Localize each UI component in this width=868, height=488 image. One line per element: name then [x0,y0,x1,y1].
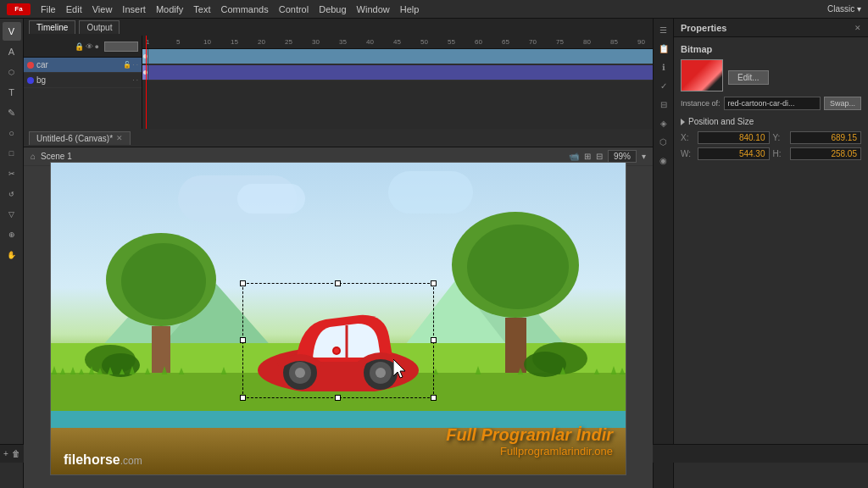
frame-num-10: 10 [203,38,211,46]
right-panel-area: ☰ 📋 ℹ ✓ ⊟ ◈ ⬡ ◉ Properties ✕ Bitmap [653,19,868,488]
keyframe-bg-1[interactable] [142,65,147,80]
tool-free-transform[interactable]: ⬡ [3,63,21,81]
tool-zoom[interactable]: ⊕ [3,225,21,244]
layer-bg[interactable]: bg · · [24,73,142,88]
tool-pencil[interactable]: ✎ [3,103,21,122]
handle-bottom-left[interactable] [240,395,246,401]
right-icon-5[interactable]: ⊟ [656,97,671,112]
panel-close-icon[interactable]: ✕ [854,24,861,32]
svg-marker-6 [107,367,114,374]
tool-hand[interactable]: ✋ [3,246,21,264]
tree-right-shadow [467,225,569,309]
frame-numbers: 1 5 10 15 20 25 30 35 40 45 50 55 60 65 [142,36,653,49]
handle-middle-left[interactable] [240,337,246,343]
home-icon[interactable]: ⌂ [31,152,36,161]
menu-debug[interactable]: Debug [319,4,346,14]
frame-num-65: 65 [502,38,509,46]
tool-subselect[interactable]: A [3,42,21,61]
menu-edit[interactable]: Edit [66,4,82,14]
menu-window[interactable]: Window [357,4,390,14]
tween-bg [148,65,653,80]
frame-num-25: 25 [285,38,292,46]
right-icon-3[interactable]: ℹ [656,59,671,75]
svg-marker-20 [559,367,566,374]
right-icon-4[interactable]: ✓ [656,78,671,93]
handle-top-right[interactable] [431,280,437,286]
align-icon: ⊞ [584,152,591,161]
watermark-title: Full Programlar İndir [446,425,613,445]
menu-file[interactable]: File [41,4,56,14]
keyframe-car-1[interactable] [142,49,147,64]
menu-help[interactable]: Help [400,4,420,14]
h-value[interactable]: 258.05 [790,147,862,160]
menu-commands[interactable]: Commands [220,4,268,14]
playhead[interactable] [146,36,147,48]
tool-oval[interactable]: ○ [3,124,21,142]
tool-fill[interactable]: ▽ [3,205,21,224]
x-value[interactable]: 840.10 [698,131,770,144]
handle-bottom-right[interactable] [431,395,437,401]
cursor [393,359,410,383]
tab-output[interactable]: Output [79,20,120,34]
panel-content: Bitmap Edit... Instance of: red-cartoon-… [674,37,868,488]
bitmap-preview [681,59,723,92]
svg-marker-1 [59,368,66,374]
handle-top-center[interactable] [335,280,341,286]
canvas-tab-main[interactable]: Untitled-6 (Canvas)* ✕ [29,131,131,145]
frame-row-car [142,49,653,64]
frame-indicator [104,42,138,52]
tool-rect[interactable]: □ [3,144,21,163]
menu-insert[interactable]: Insert [122,4,146,14]
layer-car[interactable]: car 🔓 · · [24,58,142,73]
menu-control[interactable]: Control [279,4,309,14]
car-container[interactable] [249,290,427,391]
zoom-display[interactable]: 99% [608,150,637,163]
svg-marker-7 [119,369,125,374]
frame-num-50: 50 [420,38,428,46]
right-icon-col: ☰ 📋 ℹ ✓ ⊟ ◈ ⬡ ◉ [653,19,673,488]
right-icon-6[interactable]: ◈ [656,115,671,130]
app-logo: Fa [7,3,31,15]
right-icon-2[interactable]: 📋 [656,41,671,56]
tree-left-leaves [106,233,216,326]
svg-marker-5 [97,368,103,374]
eye-icon: 👁 [86,42,93,51]
tool-select[interactable]: V [3,22,21,41]
zoom-dropdown-icon[interactable]: ▾ [642,152,646,161]
right-icon-8[interactable]: ◉ [656,152,671,168]
delete-layer-btn[interactable]: 🗑 [12,449,20,458]
menu-view[interactable]: View [92,4,113,14]
tab-timeline[interactable]: Timeline [29,20,75,34]
menu-text[interactable]: Text [193,4,210,14]
edit-button[interactable]: Edit... [728,70,769,85]
frame-num-30: 30 [312,38,320,46]
canvas-tab-close[interactable]: ✕ [116,134,123,142]
menu-modify[interactable]: Modify [156,4,183,14]
tool-text[interactable]: T [3,83,21,102]
tool-rotate[interactable]: ↺ [3,185,21,203]
breadcrumb: Scene 1 [41,152,72,161]
swap-button[interactable]: Swap... [824,97,861,110]
tween-car [148,49,653,64]
y-value[interactable]: 689.15 [790,131,862,144]
handle-bottom-center[interactable] [335,395,341,401]
tool-scissors[interactable]: ✂ [3,164,21,183]
handle-middle-right[interactable] [431,337,437,343]
cloud-2 [237,184,305,214]
right-icon-7[interactable]: ⬡ [656,134,671,149]
handle-top-left[interactable] [240,280,246,286]
bitmap-section: Bitmap [681,44,861,54]
filehorse-domain: .com [120,455,142,467]
right-icon-1[interactable]: ☰ [656,22,671,37]
frame-num-70: 70 [529,38,537,46]
layer-color-car [27,62,34,69]
stage[interactable]: Full Programlar İndir Fullprogramlarindi… [50,162,626,475]
frame-cells [142,49,653,129]
layer-vis-bg: · [136,76,138,84]
right-panel: Properties ✕ Bitmap Edit... [673,19,868,488]
add-layer-btn[interactable]: + [3,449,8,458]
frame-num-75: 75 [556,38,564,46]
w-value[interactable]: 544.30 [698,147,770,160]
dot-icon: ● [95,42,99,51]
layer-vis-car: · [133,61,135,69]
